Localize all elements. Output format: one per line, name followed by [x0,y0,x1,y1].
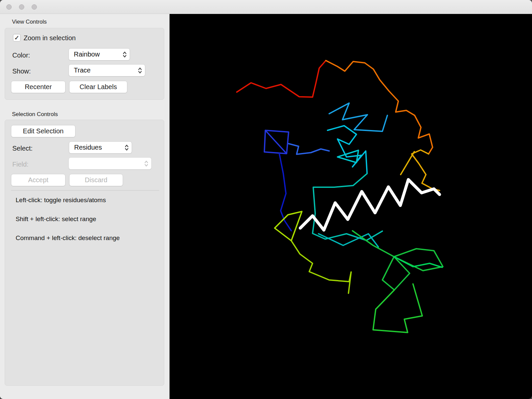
trace-segment-green-bottom[interactable] [373,284,422,332]
recenter-button[interactable]: Recenter [11,81,66,93]
select-dropdown[interactable]: Residues [69,141,132,154]
trace-segment-cyan-upper[interactable] [328,126,367,174]
trace-segment-blue-descent[interactable] [279,154,291,231]
edit-selection-button[interactable]: Edit Selection [11,125,75,137]
clear-labels-button[interactable]: Clear Labels [69,81,127,93]
trace-segment-teal-cross[interactable] [319,234,378,247]
zoom-in-selection-label: Zoom in selection [24,34,76,42]
field-label: Field: [12,161,29,168]
divider [11,190,159,191]
zoom-window-button[interactable] [32,4,37,10]
trace-segment-gold-loop[interactable] [412,150,440,191]
trace-segment-blue-square[interactable] [264,130,289,154]
titlebar[interactable] [0,0,532,14]
trace-segment-spring-green[interactable] [394,257,442,267]
color-label: Color: [12,52,30,59]
accept-button: Accept [11,174,66,186]
zoom-in-selection-checkbox[interactable]: ✓ [13,34,21,42]
trace-segment-green-starburst[interactable] [352,231,443,290]
show-label: Show: [12,67,31,75]
app-window: View Controls ✓ Zoom in selection Color:… [0,0,532,399]
trace-segment-red-n-terminus[interactable] [237,61,326,97]
trace-segment-blue-mid[interactable] [289,144,329,154]
view-controls-title: View Controls [12,19,47,25]
select-label: Select: [12,145,33,152]
color-dropdown[interactable]: Rainbow [68,48,130,61]
hint-command-left-click: Command + left-click: deselect range [16,234,120,242]
trace-segment-chartreuse-descent[interactable] [291,241,351,293]
hint-left-click: Left-click: toggle residues/atoms [16,197,106,204]
chevron-updown-icon [137,66,143,74]
molecule-trace [170,14,532,399]
chevron-updown-icon [122,51,127,59]
selection-controls-group: Edit Selection Select: Residues Field: A… [5,120,164,386]
trace-segment-gold-branch[interactable] [401,152,414,175]
chevron-updown-icon [144,160,149,168]
show-dropdown-value: Trace [74,66,90,74]
checkmark-icon: ✓ [14,34,19,42]
selection-controls-title: Selection Controls [12,111,58,118]
view-controls-group: ✓ Zoom in selection Color: Rainbow Show:… [5,28,164,100]
molecule-viewport[interactable] [170,14,532,399]
hint-shift-left-click: Shift + left-click: select range [16,215,96,223]
close-window-button[interactable] [6,4,12,10]
discard-button: Discard [69,174,123,186]
control-sidebar: View Controls ✓ Zoom in selection Color:… [0,14,170,399]
select-dropdown-value: Residues [74,144,102,151]
field-dropdown [68,157,152,170]
chevron-updown-icon [124,144,129,152]
minimize-window-button[interactable] [19,4,24,10]
show-dropdown[interactable]: Trace [68,64,145,76]
color-dropdown-value: Rainbow [74,51,100,58]
